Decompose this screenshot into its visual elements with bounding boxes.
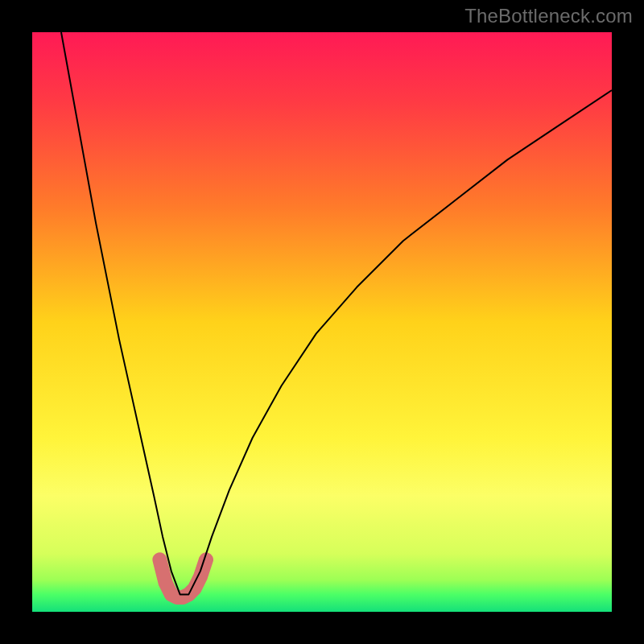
chart-frame [32,32,612,612]
gradient-background [32,32,612,612]
bottleneck-chart [32,32,612,612]
watermark-text: TheBottleneck.com [464,5,633,27]
